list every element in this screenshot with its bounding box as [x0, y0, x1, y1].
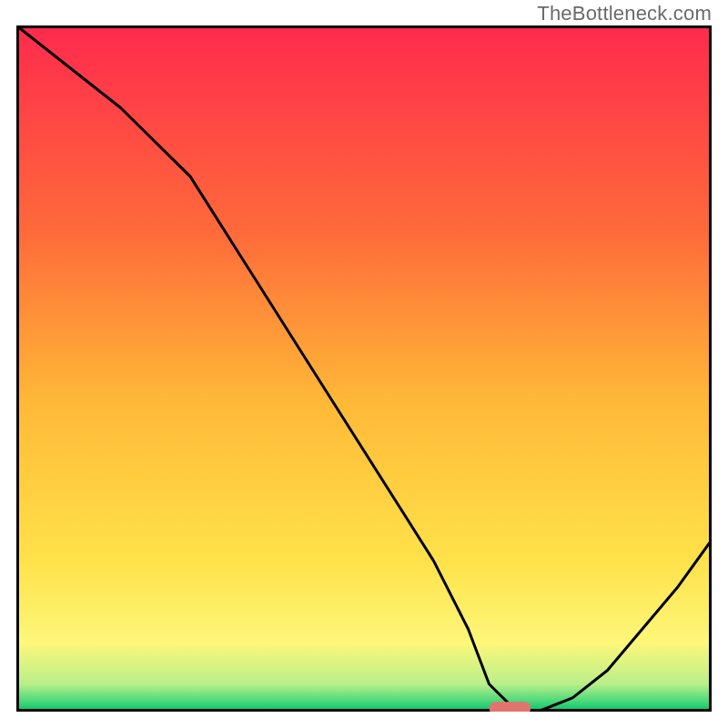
bottleneck-chart	[16, 25, 712, 712]
watermark-text: TheBottleneck.com	[537, 2, 712, 25]
chart-svg	[16, 25, 712, 712]
optimal-marker	[490, 702, 531, 712]
chart-background-gradient	[16, 25, 712, 712]
